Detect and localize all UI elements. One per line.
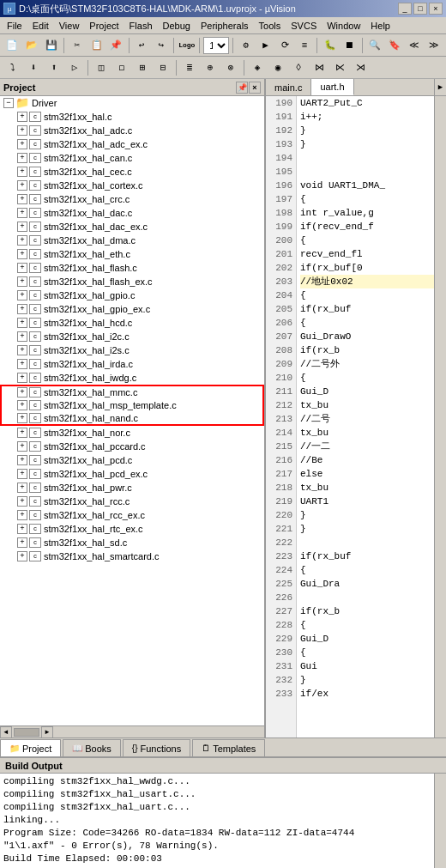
tree-root-driver[interactable]: − 📁 Driver: [0, 96, 264, 110]
tab-main-c[interactable]: main.c: [266, 79, 311, 95]
tree-item-1[interactable]: + c stm32f1xx_hal_adc.c: [0, 124, 264, 137]
panel-pin-button[interactable]: 📌: [236, 82, 248, 94]
tree-item-18[interactable]: + c stm32f1xx_hal_irda.c: [0, 357, 264, 371]
step-out-button[interactable]: ⬆: [45, 58, 63, 77]
tree-item-17[interactable]: + c stm32f1xx_hal_i2s.c: [0, 343, 264, 357]
tree-item-10[interactable]: + c stm32f1xx_hal_eth.c: [0, 247, 264, 261]
menu-edit[interactable]: Edit: [27, 19, 54, 33]
tree-item-13[interactable]: + c stm32f1xx_hal_gpio.c: [0, 288, 264, 302]
expander-16[interactable]: +: [17, 331, 27, 342]
tree-item-32[interactable]: + c stm32f1xx_hal_smartcard.c: [0, 549, 264, 563]
expander-23[interactable]: +: [17, 428, 27, 438]
menu-tools[interactable]: Tools: [254, 19, 286, 33]
batch-button[interactable]: ≡: [296, 36, 314, 55]
btn18[interactable]: ◊: [289, 58, 308, 77]
stop-debug-button[interactable]: ⏹: [341, 36, 359, 55]
menu-view[interactable]: View: [54, 19, 85, 33]
expander-30[interactable]: +: [17, 524, 27, 534]
run-button[interactable]: ▷: [65, 58, 84, 77]
btn17[interactable]: ◉: [268, 58, 287, 77]
btn12[interactable]: ⊟: [154, 58, 172, 77]
menu-help[interactable]: Help: [365, 19, 395, 33]
tree-item-6[interactable]: + c stm32f1xx_hal_crc.c: [0, 192, 264, 206]
expander-15[interactable]: +: [17, 318, 27, 328]
expander-32[interactable]: +: [17, 551, 27, 561]
save-button[interactable]: 💾: [43, 36, 61, 55]
expander-21[interactable]: +: [17, 400, 27, 410]
tab-functions[interactable]: {} Functions: [123, 739, 190, 756]
tree-item-12[interactable]: + c stm32f1xx_hal_flash_ex.c: [0, 275, 264, 288]
tree-item-26[interactable]: + c stm32f1xx_hal_pcd_ex.c: [0, 467, 264, 481]
tree-item-29[interactable]: + c stm32f1xx_hal_rcc_ex.c: [0, 508, 264, 522]
tab-scroll-right[interactable]: ▶: [434, 79, 446, 95]
expander-25[interactable]: +: [17, 455, 27, 465]
maximize-button[interactable]: □: [413, 3, 427, 15]
btn20[interactable]: ⋉: [330, 58, 349, 77]
tab-uart-h[interactable]: uart.h: [311, 79, 353, 95]
btn16[interactable]: ◈: [248, 58, 267, 77]
menu-svcs[interactable]: SVCS: [286, 19, 322, 33]
menu-debug[interactable]: Debug: [158, 19, 196, 33]
file-tree[interactable]: − 📁 Driver + c stm32f1xx_hal.c + c stm32…: [0, 96, 264, 725]
expander-28[interactable]: +: [17, 496, 27, 507]
expander-22[interactable]: +: [17, 413, 27, 423]
minimize-button[interactable]: _: [398, 3, 412, 15]
expander-12[interactable]: +: [17, 276, 27, 287]
tree-item-24[interactable]: + c stm32f1xx_hal_pccard.c: [0, 440, 264, 453]
logo-btn[interactable]: Logo: [178, 36, 196, 55]
btn15[interactable]: ⊗: [221, 58, 240, 77]
redo-button[interactable]: ↪: [152, 36, 170, 55]
expander-10[interactable]: +: [17, 249, 27, 259]
close-button[interactable]: ×: [429, 3, 443, 15]
menu-project[interactable]: Project: [84, 19, 124, 33]
tree-item-21[interactable]: + c stm32f1xx_hal_msp_template.c: [0, 398, 264, 412]
tree-item-23[interactable]: + c stm32f1xx_hal_nor.c: [0, 426, 264, 440]
tree-item-28[interactable]: + c stm32f1xx_hal_rcc.c: [0, 495, 264, 508]
expander-31[interactable]: +: [17, 537, 27, 548]
menu-window[interactable]: Window: [322, 19, 365, 33]
tree-item-4[interactable]: + c stm32f1xx_hal_cec.c: [0, 165, 264, 179]
expander-29[interactable]: +: [17, 510, 27, 520]
rebuild-button[interactable]: ⟳: [276, 36, 294, 55]
copy-button[interactable]: 📋: [87, 36, 105, 55]
code-vscroll[interactable]: [434, 96, 446, 737]
btn13[interactable]: ≣: [180, 58, 199, 77]
expander-17[interactable]: +: [17, 345, 27, 355]
expander-6[interactable]: +: [17, 194, 27, 204]
expander-2[interactable]: +: [17, 139, 27, 149]
tree-item-30[interactable]: + c stm32f1xx_hal_rtc_ex.c: [0, 522, 264, 536]
target-dropdown[interactable]: 1: [203, 37, 229, 54]
driver-expander[interactable]: −: [3, 98, 14, 108]
target-options-button[interactable]: ⚙: [237, 36, 255, 55]
expander-0[interactable]: +: [17, 112, 27, 122]
btn14[interactable]: ⊕: [201, 58, 220, 77]
cut-button[interactable]: ✂: [68, 36, 86, 55]
expander-7[interactable]: +: [17, 208, 27, 218]
bookmark-button[interactable]: 🔖: [386, 36, 404, 55]
tree-item-19[interactable]: + c stm32f1xx_hal_iwdg.c: [0, 371, 264, 385]
expander-3[interactable]: +: [17, 153, 27, 163]
tree-item-20[interactable]: + c stm32f1xx_hal_mmc.c: [0, 385, 264, 398]
new-file-button[interactable]: 📄: [3, 36, 21, 55]
menu-file[interactable]: File: [2, 19, 27, 33]
expander-8[interactable]: +: [17, 222, 27, 232]
expander-26[interactable]: +: [17, 469, 27, 479]
expander-5[interactable]: +: [17, 180, 27, 191]
tab-books[interactable]: 📖 Books: [63, 739, 121, 756]
tree-item-11[interactable]: + c stm32f1xx_hal_flash.c: [0, 261, 264, 275]
btn10[interactable]: ◻: [112, 58, 131, 77]
tab-project[interactable]: 📁 Project: [0, 739, 61, 756]
expander-27[interactable]: +: [17, 483, 27, 493]
build-button[interactable]: ▶: [256, 36, 274, 55]
tree-item-0[interactable]: + c stm32f1xx_hal.c: [0, 110, 264, 124]
expander-11[interactable]: +: [17, 263, 27, 273]
btn21[interactable]: ⋊: [351, 58, 370, 77]
expander-19[interactable]: +: [17, 373, 27, 383]
tab-templates[interactable]: 🗒 Templates: [192, 739, 265, 756]
panel-header-buttons[interactable]: 📌 ×: [236, 82, 261, 94]
tree-item-2[interactable]: + c stm32f1xx_hal_adc_ex.c: [0, 137, 264, 151]
tree-item-27[interactable]: + c stm32f1xx_hal_pwr.c: [0, 481, 264, 495]
tree-item-25[interactable]: + c stm32f1xx_hal_pcd.c: [0, 453, 264, 467]
expander-14[interactable]: +: [17, 304, 27, 314]
extra1-button[interactable]: ≪: [406, 36, 424, 55]
